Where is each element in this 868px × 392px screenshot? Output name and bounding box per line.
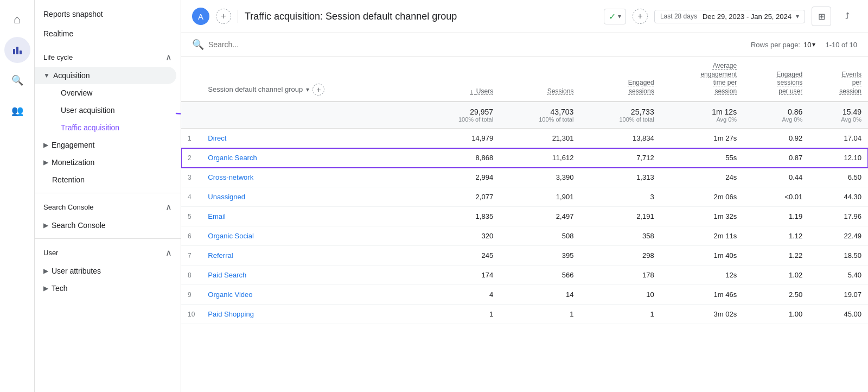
table-row[interactable]: 5 Email 1,835 2,497 2,191 1m 32s 1.19 17…	[181, 207, 868, 226]
users-header[interactable]: ↓ Users	[419, 56, 500, 102]
row-engaged-sessions: 13,834	[580, 129, 660, 148]
home-nav-icon[interactable]: ⌂	[4, 7, 30, 33]
row-sessions: 21,301	[500, 129, 580, 148]
add-report-button[interactable]: +	[633, 9, 648, 24]
traffic-acquisition-item[interactable]: Traffic acquisition	[35, 119, 176, 136]
svg-rect-0	[13, 49, 15, 54]
header: A + Traffic acquisition: Session default…	[181, 0, 868, 33]
avg-engagement-header[interactable]: Averageengagementtime persession	[661, 56, 743, 102]
row-sessions: 2,497	[500, 207, 580, 226]
row-users: 8,868	[419, 148, 500, 168]
add-dimension-button[interactable]: +	[312, 84, 324, 96]
channel-name[interactable]: Email	[201, 207, 419, 226]
row-users: 4	[419, 285, 500, 305]
acquisition-label: Acquisition	[53, 71, 90, 80]
user-section: User ∧ ▶ User attributes ▶ Tech	[35, 243, 181, 297]
search-nav-icon[interactable]: 🔍	[4, 67, 30, 93]
row-events-per-session: 18.50	[809, 246, 868, 265]
icon-bar: ⌂ 🔍 👥	[0, 0, 35, 392]
row-users: 14,979	[419, 129, 500, 148]
search-icon: 🔍	[192, 39, 204, 50]
search-console-item[interactable]: ▶ Search Console	[35, 217, 176, 234]
table-row[interactable]: 10 Paid Shopping 1 1 1 3m 02s 1.00 45.00	[181, 305, 868, 324]
channel-name[interactable]: Direct	[201, 129, 419, 148]
channel-name[interactable]: Organic Search	[201, 148, 419, 168]
search-console-section-label: Search Console	[43, 203, 94, 211]
channel-name[interactable]: Paid Search	[201, 265, 419, 285]
row-num: 3	[181, 168, 201, 187]
table-row[interactable]: 9 Organic Video 4 14 10 1m 46s 2.50 19.0…	[181, 285, 868, 305]
rows-per-page-select[interactable]: 10 ▾	[803, 41, 815, 49]
engaged-per-user-label: Engagedsessionsper user	[776, 71, 802, 95]
user-acquisition-item[interactable]: User acquisition	[35, 102, 176, 119]
audience-nav-icon[interactable]: 👥	[4, 98, 30, 124]
retention-label: Retention	[52, 175, 85, 184]
tech-item[interactable]: ▶ Tech	[35, 280, 176, 297]
table-row[interactable]: 4 Unassigned 2,077 1,901 3 2m 06s <0.01 …	[181, 187, 868, 207]
avatar: A	[192, 8, 209, 25]
table-row[interactable]: 1 Direct 14,979 21,301 13,834 1m 27s 0.9…	[181, 129, 868, 148]
row-events-per-session: 6.50	[809, 168, 868, 187]
row-engaged-per-user: <0.01	[743, 187, 809, 207]
verified-badge[interactable]: ✓ ▾	[604, 9, 626, 24]
row-num: 9	[181, 285, 201, 305]
table-row[interactable]: 6 Organic Social 320 508 358 2m 11s 1.12…	[181, 226, 868, 246]
engaged-per-user-header[interactable]: Engagedsessionsper user	[743, 56, 809, 102]
sidebar: Reports snapshot Realtime Life cycle ∧ ▼…	[35, 0, 181, 392]
user-attributes-item[interactable]: ▶ User attributes	[35, 262, 176, 280]
reports-snapshot-item[interactable]: Reports snapshot	[35, 4, 181, 24]
realtime-item[interactable]: Realtime	[35, 24, 181, 43]
events-per-session-header[interactable]: Eventspersession	[809, 56, 868, 102]
acquisition-item[interactable]: ▼ Acquisition	[35, 67, 176, 84]
table-view-button[interactable]: ⊞	[812, 7, 831, 26]
retention-item[interactable]: Retention	[35, 171, 176, 188]
channel-name[interactable]: Unassigned	[201, 187, 419, 207]
table-row[interactable]: 2 Organic Search 8,868 11,612 7,712 55s …	[181, 148, 868, 168]
user-section-chevron: ∧	[165, 248, 172, 258]
engaged-sessions-header[interactable]: Engagedsessions	[580, 56, 660, 102]
channel-name[interactable]: Paid Shopping	[201, 305, 419, 324]
table-row[interactable]: 3 Cross-network 2,994 3,390 1,313 24s 0.…	[181, 168, 868, 187]
table-row[interactable]: 7 Referral 245 395 298 1m 40s 1.22 18.50	[181, 246, 868, 265]
acquisition-arrow: ▼	[43, 72, 50, 79]
date-range-selector[interactable]: Last 28 days Dec 29, 2023 - Jan 25, 2024…	[654, 10, 805, 23]
row-engaged-per-user: 1.19	[743, 207, 809, 226]
row-num: 7	[181, 246, 201, 265]
channel-name[interactable]: Organic Social	[201, 226, 419, 246]
row-sessions: 1	[500, 305, 580, 324]
table-row[interactable]: 8 Paid Search 174 566 178 12s 1.02 5.40	[181, 265, 868, 285]
row-engaged-per-user: 1.22	[743, 246, 809, 265]
row-avg-engagement: 55s	[661, 148, 743, 168]
row-sessions: 3,390	[500, 168, 580, 187]
channel-dropdown-icon[interactable]: ▾	[306, 86, 309, 94]
monetization-item[interactable]: ▶ Monetization	[35, 154, 176, 171]
row-events-per-session: 12.10	[809, 148, 868, 168]
channel-name[interactable]: Cross-network	[201, 168, 419, 187]
totals-sessions: 43,703100% of total	[500, 102, 580, 129]
overview-item[interactable]: Overview	[35, 84, 176, 102]
share-button[interactable]: ⤴	[838, 7, 857, 26]
header-divider	[238, 10, 238, 23]
user-section-header[interactable]: User ∧	[35, 243, 181, 262]
totals-avg-engagement: 1m 12sAvg 0%	[661, 102, 743, 129]
row-engaged-sessions: 178	[580, 265, 660, 285]
analytics-nav-icon[interactable]	[4, 37, 30, 63]
svg-rect-2	[20, 50, 22, 54]
row-users: 1,835	[419, 207, 500, 226]
sessions-header[interactable]: Sessions	[500, 56, 580, 102]
user-acquisition-label: User acquisition	[61, 106, 115, 115]
life-cycle-header[interactable]: Life cycle ∧	[35, 48, 181, 67]
totals-engaged-per-user: 0.86Avg 0%	[743, 102, 809, 129]
channel-name[interactable]: Organic Video	[201, 285, 419, 305]
life-cycle-label: Life cycle	[43, 53, 73, 61]
rows-per-page-label: Rows per page:	[751, 41, 800, 49]
row-engaged-per-user: 0.92	[743, 129, 809, 148]
search-console-header[interactable]: Search Console ∧	[35, 198, 181, 217]
channel-name[interactable]: Referral	[201, 246, 419, 265]
engagement-item[interactable]: ▶ Engagement	[35, 136, 176, 154]
search-input[interactable]	[208, 40, 746, 49]
add-comparison-button[interactable]: +	[216, 9, 231, 24]
realtime-label: Realtime	[43, 29, 73, 38]
row-sessions: 14	[500, 285, 580, 305]
totals-users: 29,957100% of total	[419, 102, 500, 129]
